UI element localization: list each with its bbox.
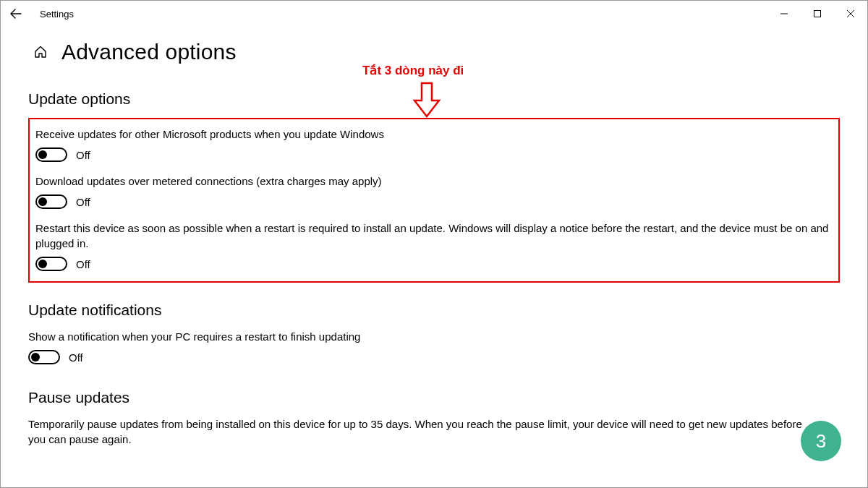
home-button[interactable] [33,44,48,60]
toggle-row: Off [35,257,833,271]
toggle-knob [38,150,47,159]
toggle-knob [38,197,47,206]
toggle-row: Off [28,350,840,364]
option-label: Download updates over metered connection… [35,174,833,189]
annotation-arrow [412,82,442,122]
toggle-state-label: Off [76,258,90,270]
toggle-knob [38,260,47,268]
titlebar: Settings [1,1,867,27]
option-label: Show a notification when your PC require… [28,329,840,344]
option-show-notification: Show a notification when your PC require… [28,329,840,364]
step-number: 3 [816,430,826,453]
content-area: Update options Receive updates for other… [1,90,867,447]
home-icon [33,45,48,59]
back-button[interactable] [9,7,22,20]
minimize-button[interactable] [767,2,801,25]
arrow-down-icon [412,82,442,119]
toggle-state-label: Off [76,196,90,208]
maximize-icon [813,9,822,18]
maximize-button[interactable] [801,2,834,25]
toggle-restart-device[interactable] [35,257,67,271]
toggle-row: Off [35,194,833,209]
close-button[interactable] [834,2,867,25]
toggle-row: Off [35,147,833,162]
option-label: Receive updates for other Microsoft prod… [35,127,833,142]
window-controls [767,2,867,25]
pause-updates-description: Temporarily pause updates from being ins… [28,416,817,447]
page-title: Advanced options [61,40,237,64]
toggle-state-label: Off [76,149,90,161]
toggle-metered-connections[interactable] [35,194,67,209]
option-label: Restart this device as soon as possible … [35,221,833,251]
toggle-show-notification[interactable] [28,350,60,364]
minimize-icon [780,9,788,18]
option-metered-connections: Download updates over metered connection… [35,174,833,209]
section-heading-pause-updates: Pause updates [28,389,840,406]
option-receive-updates: Receive updates for other Microsoft prod… [35,127,833,162]
section-heading-update-notifications: Update notifications [28,301,840,319]
close-icon [846,9,855,18]
window-title: Settings [40,9,74,20]
toggle-receive-updates[interactable] [35,147,67,162]
annotation-highlight-box: Receive updates for other Microsoft prod… [28,118,840,283]
svg-rect-1 [814,11,821,17]
annotation-label: Tắt 3 dòng này đi [362,63,464,78]
back-arrow-icon [9,7,22,20]
option-restart-device: Restart this device as soon as possible … [35,221,833,271]
toggle-knob [31,353,40,361]
step-badge: 3 [801,421,841,461]
titlebar-left: Settings [9,7,74,20]
toggle-state-label: Off [69,351,83,364]
